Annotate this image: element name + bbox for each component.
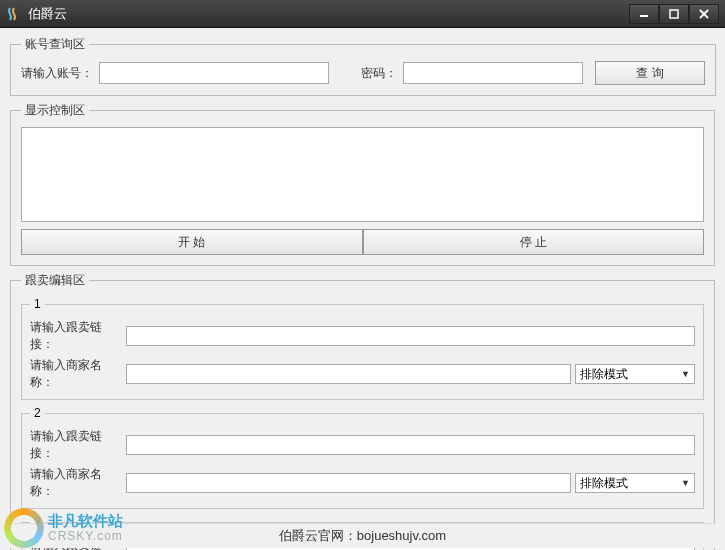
footer-text: 伯爵云官网：bojueshujv.com — [279, 528, 446, 543]
chevron-down-icon: ▼ — [681, 369, 690, 379]
start-button[interactable]: 开 始 — [21, 229, 363, 255]
display-control-group: 显示控制区 开 始 停 止 — [10, 102, 715, 266]
password-input[interactable] — [403, 62, 583, 84]
display-control-legend: 显示控制区 — [21, 102, 89, 119]
account-query-group: 账号查询区 请输入账号： 密码： 查 询 — [10, 36, 716, 96]
password-label: 密码： — [361, 65, 397, 82]
follow-name-label: 请输入商家名称： — [30, 466, 122, 500]
follow-item-1: 1 请输入跟卖链接： 请输入商家名称： 排除模式 ▼ — [21, 297, 704, 400]
titlebar: 伯爵云 — [0, 0, 725, 28]
window-title: 伯爵云 — [28, 5, 629, 23]
window-controls — [629, 4, 719, 24]
mode-combo-1-value: 排除模式 — [580, 366, 628, 383]
follow-link-input-2[interactable] — [126, 435, 695, 455]
display-textarea[interactable] — [21, 127, 704, 222]
follow-link-label: 请输入跟卖链接： — [30, 319, 122, 353]
follow-item-2-idx: 2 — [30, 406, 45, 420]
minimize-button[interactable] — [629, 4, 659, 24]
mode-combo-2[interactable]: 排除模式 ▼ — [575, 473, 695, 493]
app-icon — [6, 6, 22, 22]
svg-rect-1 — [670, 10, 678, 18]
account-query-legend: 账号查询区 — [21, 36, 89, 53]
follow-item-1-idx: 1 — [30, 297, 45, 311]
account-label: 请输入账号： — [21, 65, 93, 82]
mode-combo-2-value: 排除模式 — [580, 475, 628, 492]
content-area: 账号查询区 请输入账号： 密码： 查 询 显示控制区 开 始 停 止 跟卖编辑区 — [0, 28, 725, 550]
follow-name-input-2[interactable] — [126, 473, 571, 493]
maximize-button[interactable] — [659, 4, 689, 24]
follow-name-label: 请输入商家名称： — [30, 357, 122, 391]
follow-name-input-1[interactable] — [126, 364, 571, 384]
follow-link-input-1[interactable] — [126, 326, 695, 346]
account-input[interactable] — [99, 62, 329, 84]
minimize-icon — [639, 9, 649, 19]
follow-item-2: 2 请输入跟卖链接： 请输入商家名称： 排除模式 ▼ — [21, 406, 704, 509]
chevron-down-icon: ▼ — [681, 478, 690, 488]
app-window: 伯爵云 账号查询区 请输入账号： 密码： 查 询 — [0, 0, 725, 550]
stop-button[interactable]: 停 止 — [363, 229, 705, 255]
close-button[interactable] — [689, 4, 719, 24]
close-icon — [699, 9, 709, 19]
footer-bar: 伯爵云官网：bojueshujv.com — [10, 523, 715, 548]
follow-edit-group: 跟卖编辑区 1 请输入跟卖链接： 请输入商家名称： 排除模式 ▼ 2 — [10, 272, 715, 550]
follow-edit-legend: 跟卖编辑区 — [21, 272, 89, 289]
mode-combo-1[interactable]: 排除模式 ▼ — [575, 364, 695, 384]
follow-link-label: 请输入跟卖链接： — [30, 428, 122, 462]
maximize-icon — [669, 9, 679, 19]
search-button[interactable]: 查 询 — [595, 61, 705, 85]
